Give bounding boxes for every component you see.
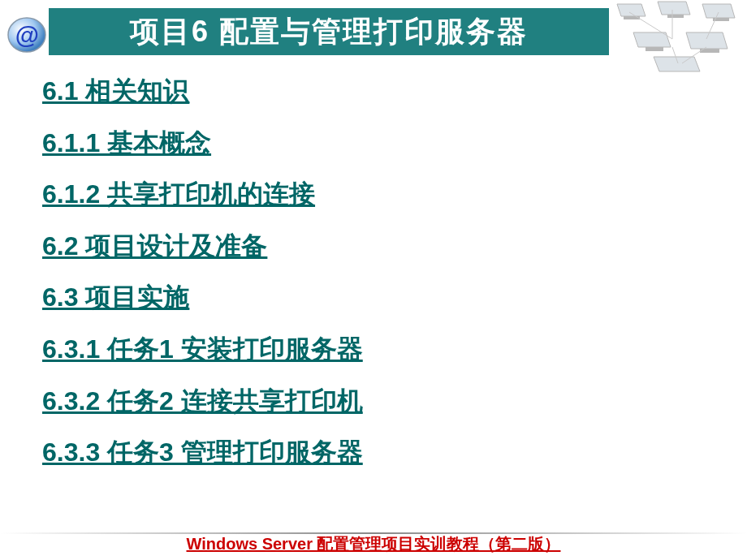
toc-link-6-3-2[interactable]: 6.3.2 任务2 连接共享打印机 (42, 378, 715, 425)
toc-link-6-1-1[interactable]: 6.1.1 基本概念 (42, 120, 715, 167)
corner-decoration (609, 0, 747, 73)
at-logo-icon: @ (6, 15, 47, 55)
svg-text:@: @ (15, 22, 38, 49)
slide-title: 项目6 配置与管理打印服务器 (130, 12, 528, 52)
svg-marker-2 (658, 2, 690, 15)
svg-marker-4 (702, 4, 735, 18)
svg-rect-7 (646, 47, 663, 51)
table-of-contents: 6.1 相关知识 6.1.1 基本概念 6.1.2 共享打印机的连接 6.2 项… (42, 68, 715, 481)
toc-link-6-1[interactable]: 6.1 相关知识 (42, 68, 715, 115)
toc-link-6-3-1[interactable]: 6.3.1 任务1 安装打印服务器 (42, 326, 715, 373)
svg-marker-0 (617, 4, 646, 16)
toc-link-6-1-2[interactable]: 6.1.2 共享打印机的连接 (42, 171, 715, 218)
footer-text: Windows Server 配置管理项目实训教程（第二版） (0, 533, 747, 555)
toc-link-6-2[interactable]: 6.2 项目设计及准备 (42, 223, 715, 270)
slide-title-bar: 项目6 配置与管理打印服务器 (49, 8, 609, 55)
svg-rect-1 (624, 16, 640, 19)
svg-marker-8 (686, 32, 728, 49)
svg-rect-3 (667, 15, 684, 18)
toc-link-6-3[interactable]: 6.3 项目实施 (42, 274, 715, 321)
toc-link-6-3-3[interactable]: 6.3.3 任务3 管理打印服务器 (42, 429, 715, 476)
